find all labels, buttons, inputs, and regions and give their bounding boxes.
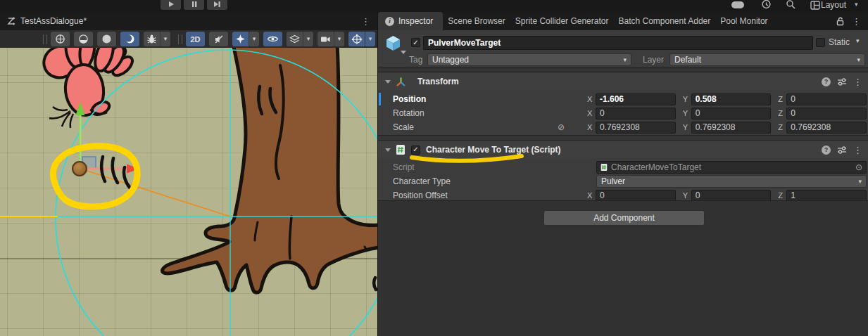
debug-draw-mode-button[interactable]: ▾ <box>144 32 170 46</box>
tab-sprite-collider-generator[interactable]: Sprite Collider Generator <box>510 16 614 26</box>
rotation-y-field[interactable]: 0 <box>691 108 772 119</box>
unity-editor-window: Layout ▾ TestAssDialogue* ⋮ <box>0 0 868 336</box>
eye-icon <box>267 34 279 44</box>
play-button[interactable] <box>161 0 181 10</box>
gameobject-name-field[interactable]: PulverMoveTarget <box>423 36 813 50</box>
script-component-header[interactable]: ✓ Character Move To Target (Script) ? ⋮ <box>378 141 868 158</box>
foldout-triangle-icon[interactable] <box>385 80 391 84</box>
presets-icon[interactable] <box>837 77 847 86</box>
y-axis-label: Y <box>683 191 691 200</box>
position-z-field[interactable]: 0 <box>786 93 867 105</box>
tag-label: Tag <box>409 55 422 65</box>
static-caret-icon[interactable]: ▾ <box>856 38 860 44</box>
layout-grid-icon[interactable] <box>808 0 822 10</box>
scene-view-panel: TestAssDialogue* ⋮ ▾ <box>0 12 377 336</box>
scene-lighting-toggle[interactable] <box>120 32 139 46</box>
lock-icon[interactable] <box>836 16 845 26</box>
search-icon[interactable] <box>784 0 798 10</box>
camera-overlay-button[interactable]: ▾ <box>317 32 344 46</box>
x-axis-label: X <box>587 191 596 200</box>
layout-caret-icon: ▾ <box>855 1 858 8</box>
2d-mode-toggle[interactable]: 2D <box>186 32 205 46</box>
rotation-z-field[interactable]: 0 <box>786 108 867 119</box>
overlay-drag-handle[interactable] <box>178 34 182 44</box>
step-button[interactable] <box>207 0 227 10</box>
cloud-services-icon[interactable] <box>731 0 745 10</box>
gameobject-header: ✓ PulverMoveTarget Static ▾ Tag Untagged… <box>378 30 868 67</box>
shading-shaded-button[interactable] <box>97 32 116 46</box>
y-axis-label: Y <box>683 95 691 103</box>
script-object-field[interactable]: CharacterMoveToTarget ⊙ <box>596 161 867 174</box>
bug-icon <box>144 32 161 46</box>
transform-component: Transform ? ⋮ Position X-1.606 Y0 <box>378 73 868 135</box>
active-checkbox[interactable]: ✓ <box>411 38 420 47</box>
static-label: Static <box>829 37 850 47</box>
tab-pool-monitor[interactable]: Pool Monitor <box>715 16 772 26</box>
gizmos-button[interactable]: ▾ <box>348 32 375 46</box>
y-axis-label: Y <box>683 109 691 117</box>
static-checkbox[interactable] <box>816 38 825 47</box>
bird-sprite[interactable] <box>39 48 136 128</box>
offset-x-field[interactable]: 0 <box>596 190 676 202</box>
transform-header[interactable]: Transform ? ⋮ <box>378 73 868 90</box>
position-x-field[interactable]: -1.606 <box>596 93 676 105</box>
z-axis-label: Z <box>778 123 786 131</box>
chevron-down-icon: ▾ <box>307 36 310 42</box>
separator <box>378 67 868 72</box>
effects-star-icon <box>232 32 249 46</box>
foldout-triangle-icon[interactable] <box>385 148 391 152</box>
chevron-down-icon: ▾ <box>338 36 341 42</box>
component-kebab-icon[interactable]: ⋮ <box>853 146 862 155</box>
scale-label[interactable]: Scale <box>378 122 558 132</box>
object-picker-icon[interactable]: ⊙ <box>855 162 862 172</box>
tab-inspector[interactable]: i Inspector <box>378 12 443 30</box>
scene-tab-kebab-icon[interactable]: ⋮ <box>361 16 370 27</box>
pause-button[interactable] <box>184 0 204 10</box>
position-y-field[interactable]: 0.508 <box>691 93 772 105</box>
tab-batch-component-adder[interactable]: Batch Component Adder <box>613 16 715 26</box>
offset-z-field[interactable]: 1 <box>786 190 867 202</box>
scale-x-field[interactable]: 0.7692308 <box>596 122 676 134</box>
inspector-tabstrip: i Inspector Scene Browser Sprite Collide… <box>378 12 868 30</box>
x-axis-label: X <box>587 109 596 117</box>
shading-shaded-wireframe-button[interactable] <box>74 32 93 46</box>
rotation-label[interactable]: Rotation <box>378 108 572 118</box>
scene-visibility-toggle[interactable] <box>263 32 282 46</box>
move-target-ball-sprite[interactable] <box>73 162 87 176</box>
add-component-button[interactable]: Add Component <box>543 210 705 226</box>
presets-icon[interactable] <box>837 146 847 155</box>
tab-scene-browser[interactable]: Scene Browser <box>443 16 510 26</box>
audio-mute-toggle[interactable] <box>209 32 228 46</box>
effects-visibility-button[interactable]: ▾ <box>232 32 259 46</box>
scale-z-field[interactable]: 0.7692308 <box>786 122 867 134</box>
link-broken-icon[interactable]: ⊘ <box>558 122 565 132</box>
offset-y-field[interactable]: 0 <box>691 190 772 202</box>
z-axis-label: Z <box>778 191 786 200</box>
inspector-kebab-icon[interactable]: ⋮ <box>852 17 861 26</box>
layers-button[interactable]: ▾ <box>287 32 313 46</box>
component-enabled-checkbox[interactable]: ✓ <box>411 146 420 155</box>
y-axis-label: Y <box>683 123 691 131</box>
tree-sprite[interactable] <box>163 48 377 292</box>
scene-view-toolbar: ▾ 2D ▾ ▾ <box>0 30 377 48</box>
tab-testassdialogue[interactable]: TestAssDialogue* <box>0 16 87 26</box>
position-label[interactable]: Position <box>378 94 572 104</box>
gameobject-icon-button[interactable] <box>384 34 403 56</box>
character-type-dropdown[interactable]: Pulver ▾ <box>596 175 867 188</box>
transform-title: Transform <box>417 77 459 86</box>
cube-icon <box>384 34 403 53</box>
scene-viewport[interactable] <box>0 48 377 336</box>
help-icon[interactable]: ? <box>822 146 831 155</box>
scene-tabstrip: TestAssDialogue* ⋮ <box>0 12 377 30</box>
tag-dropdown[interactable]: Untagged ▾ <box>427 53 631 66</box>
chevron-down-icon: ▾ <box>369 36 372 42</box>
shading-wireframe-button[interactable] <box>51 32 70 46</box>
overlay-drag-handle[interactable] <box>43 34 47 44</box>
layout-dropdown[interactable]: Layout <box>821 0 846 10</box>
component-kebab-icon[interactable]: ⋮ <box>853 77 862 86</box>
layer-dropdown[interactable]: Default ▾ <box>669 53 865 66</box>
undo-history-icon[interactable] <box>759 0 773 10</box>
help-icon[interactable]: ? <box>822 77 831 86</box>
scale-y-field[interactable]: 0.7692308 <box>691 122 772 134</box>
rotation-x-field[interactable]: 0 <box>596 108 676 119</box>
